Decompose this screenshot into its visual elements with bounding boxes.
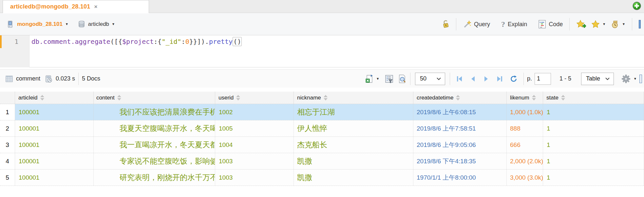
- sort-icon[interactable]: [532, 95, 536, 100]
- row-number[interactable]: 3: [0, 137, 15, 153]
- clipped-toolbar-icon[interactable]: [639, 20, 641, 28]
- code-token: (): [233, 37, 242, 46]
- column-header-articleid[interactable]: articleid: [15, 92, 94, 104]
- page-number-input[interactable]: [535, 73, 551, 85]
- cell-articleid[interactable]: 100001: [15, 120, 94, 136]
- cell-content[interactable]: 我一直喝凉开水，冬天夏天都喝。: [94, 137, 215, 153]
- add-favorite-button[interactable]: [574, 18, 588, 30]
- cell-content[interactable]: 我们不应该把清晨浪费在手机上，健康很重要: [94, 104, 215, 120]
- tab-close-icon[interactable]: ×: [94, 4, 97, 9]
- query-button[interactable]: Query: [461, 19, 492, 30]
- code-token: $project: [122, 38, 154, 45]
- column-label: userid: [218, 95, 234, 101]
- cell-likenum[interactable]: 3,000 (3.0k): [507, 170, 543, 186]
- column-header-state[interactable]: state: [543, 92, 644, 104]
- sort-icon[interactable]: [236, 95, 240, 100]
- results-toolbar: comment 0.023 s 5 Docs ▼ 50: [0, 69, 644, 88]
- cell-articleid[interactable]: 100001: [15, 137, 94, 153]
- gear-icon: [622, 75, 630, 83]
- first-page-button[interactable]: [456, 76, 463, 82]
- column-label: content: [96, 95, 115, 101]
- new-tab-button[interactable]: [632, 1, 641, 10]
- query-editor[interactable]: 1 db.comment.aggregate([{$project:{"_id"…: [0, 35, 644, 67]
- cell-content[interactable]: 专家说不能空腹吃饭，影响健康。: [94, 153, 215, 169]
- refresh-button[interactable]: [510, 75, 518, 83]
- cell-content[interactable]: 研究表明，刚烧开的水千万不能喝，因为烫嘴: [94, 170, 215, 186]
- next-page-button[interactable]: [483, 76, 489, 82]
- row-number[interactable]: 1: [0, 104, 15, 120]
- cell-articleid[interactable]: 100001: [15, 153, 94, 169]
- table-row[interactable]: 5100001研究表明，刚烧开的水千万不能喝，因为烫嘴1003凯撒1970/1/…: [0, 170, 644, 186]
- cell-nickname[interactable]: 相忘于江湖: [294, 104, 413, 120]
- cell-likenum[interactable]: 666: [507, 137, 543, 153]
- cell-state[interactable]: 1: [543, 170, 644, 186]
- page-size-select[interactable]: 50: [415, 73, 445, 85]
- connection-dropdown[interactable]: mongodb_28.101 ▼: [5, 19, 70, 29]
- code-button[interactable]: Code: [536, 18, 565, 30]
- cell-nickname[interactable]: 凯撒: [294, 170, 413, 186]
- sort-icon[interactable]: [40, 95, 44, 100]
- cell-state[interactable]: 1: [543, 153, 644, 169]
- favorites-dropdown[interactable]: ▼: [589, 19, 608, 30]
- cell-userid[interactable]: 1003: [215, 170, 294, 186]
- filter-results-button[interactable]: [385, 74, 394, 83]
- table-row[interactable]: 4100001专家说不能空腹吃饭，影响健康。1003凯撒2019/8/6 下午4…: [0, 153, 644, 170]
- code-line[interactable]: db.comment.aggregate([{$project:{"_id":0…: [31, 35, 242, 48]
- cell-createdatetime[interactable]: 2019/8/6 上午7:58:51: [413, 120, 507, 136]
- table-row[interactable]: 3100001我一直喝凉开水，冬天夏天都喝。1004杰克船长2019/8/6 上…: [0, 137, 644, 153]
- column-header-createdatetime[interactable]: createdatetime: [413, 92, 507, 104]
- explain-label: Explain: [508, 21, 527, 28]
- cell-userid[interactable]: 1003: [215, 153, 294, 169]
- history-dropdown[interactable]: ▼: [609, 19, 627, 30]
- code-token: ([{: [110, 38, 122, 45]
- collection-indicator: comment: [5, 75, 40, 83]
- column-header-content[interactable]: content: [94, 92, 215, 104]
- cell-likenum[interactable]: 888: [507, 120, 543, 136]
- cell-nickname[interactable]: 伊人憔悴: [294, 120, 413, 136]
- cell-state[interactable]: 1: [543, 137, 644, 153]
- row-number[interactable]: 5: [0, 170, 15, 186]
- view-mode-select[interactable]: Table: [581, 73, 614, 85]
- cell-likenum[interactable]: 2,000 (2.0k): [507, 153, 543, 169]
- column-header-userid[interactable]: userid: [215, 92, 294, 104]
- cell-userid[interactable]: 1004: [215, 137, 294, 153]
- table-row[interactable]: 2100001我夏天空腹喝凉开水，冬天喝温开水1005伊人憔悴2019/8/6 …: [0, 120, 644, 137]
- cell-userid[interactable]: 1002: [215, 104, 294, 120]
- settings-dropdown[interactable]: ▼: [622, 75, 637, 83]
- cell-userid[interactable]: 1005: [215, 120, 294, 136]
- app-window: articledb@mongodb_28.101 × mongodb_28.10…: [0, 0, 644, 197]
- cell-createdatetime[interactable]: 2019/8/6 下午4:18:35: [413, 153, 507, 169]
- tab-articledb[interactable]: articledb@mongodb_28.101 ×: [3, 0, 149, 13]
- column-header-nickname[interactable]: nickname: [294, 92, 413, 104]
- export-button[interactable]: ▼: [365, 74, 379, 83]
- database-dropdown[interactable]: articledb ▼: [76, 19, 117, 29]
- sort-icon[interactable]: [324, 95, 328, 100]
- cell-state[interactable]: 1: [543, 104, 644, 120]
- search-results-button[interactable]: [398, 74, 407, 83]
- unlock-icon[interactable]: [442, 20, 450, 29]
- sort-icon[interactable]: [561, 95, 565, 100]
- database-name: articledb: [88, 21, 109, 27]
- explain-button[interactable]: ? Explain: [499, 19, 529, 30]
- cell-likenum[interactable]: 1,000 (1.0k): [507, 104, 543, 120]
- row-number[interactable]: 4: [0, 153, 15, 169]
- cell-nickname[interactable]: 杰克船长: [294, 137, 413, 153]
- cell-createdatetime[interactable]: 2019/8/6 上午9:05:06: [413, 137, 507, 153]
- timer-icon: [45, 75, 53, 83]
- clipped-results-icon[interactable]: [639, 75, 642, 83]
- column-header-likenum[interactable]: likenum: [507, 92, 543, 104]
- sort-icon[interactable]: [456, 95, 460, 100]
- cell-articleid[interactable]: 100001: [15, 104, 94, 120]
- prev-page-button[interactable]: [470, 76, 476, 82]
- cell-articleid[interactable]: 100001: [15, 170, 94, 186]
- code-document-icon: [538, 20, 546, 29]
- cell-nickname[interactable]: 凯撒: [294, 153, 413, 169]
- last-page-button[interactable]: [496, 76, 503, 82]
- cell-createdatetime[interactable]: 1970/1/1 上午8:00:00: [413, 170, 507, 186]
- row-number[interactable]: 2: [0, 120, 15, 136]
- sort-icon[interactable]: [117, 95, 121, 100]
- table-row[interactable]: 1100001我们不应该把清晨浪费在手机上，健康很重要1002相忘于江湖2019…: [0, 104, 644, 120]
- cell-content[interactable]: 我夏天空腹喝凉开水，冬天喝温开水: [94, 120, 215, 136]
- cell-state[interactable]: 1: [543, 120, 644, 136]
- cell-createdatetime[interactable]: 2019/8/6 上午6:08:15: [413, 104, 507, 120]
